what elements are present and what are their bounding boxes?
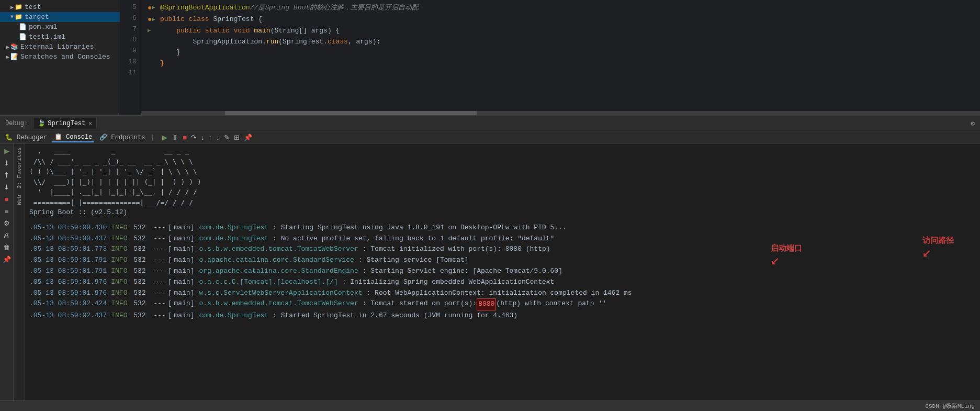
- log-thread-3: main]: [174, 255, 195, 266]
- clear-button[interactable]: 🗑: [1, 242, 13, 252]
- sidebar-item-target[interactable]: ▼ 📁 target: [0, 12, 120, 22]
- log-time-4: .05-13 08:59:01.791: [29, 266, 107, 277]
- code-line-9: SpringApplication.run(SpringTest.class, …: [148, 37, 974, 48]
- log-thread-2: main]: [174, 244, 195, 255]
- log-pid-6: 532: [133, 288, 149, 299]
- log-time-3: .05-13 08:59:01.791: [29, 255, 107, 266]
- left-vtabs: 2: Favorites Web: [14, 144, 25, 401]
- print-button[interactable]: 🖨: [1, 230, 13, 240]
- restore-layout-button[interactable]: ⊞: [232, 133, 241, 142]
- log-thread-4: main]: [174, 266, 195, 277]
- debug-left-bar: ▶ ⬇ ⬆ ⬇ ■ ≡ ⚙ 🖨 🗑 📌: [0, 144, 14, 401]
- log-level-1: INFO: [111, 234, 129, 245]
- forward-button[interactable]: ⬇: [1, 182, 13, 192]
- rerun-button[interactable]: ▶: [1, 146, 13, 156]
- breakpoint-icon-7[interactable]: ●: [148, 14, 152, 25]
- step-over-button[interactable]: ↷: [189, 133, 198, 142]
- toolbar-separator: |: [150, 134, 154, 141]
- log-sep-4: ---: [153, 266, 165, 277]
- log-sep-7: ---: [153, 298, 165, 309]
- step-out-button[interactable]: ↑: [207, 133, 214, 142]
- close-session-icon[interactable]: ✕: [88, 120, 92, 127]
- log-msg-2: : Tomcat initialized with port(s): 8080 …: [363, 244, 550, 255]
- log-time-5: .05-13 08:59:01.976: [29, 277, 107, 288]
- log-time-1: .05-13 08:59:00.437: [29, 234, 107, 245]
- step-button[interactable]: ⬇: [1, 158, 13, 168]
- log-pid-0: 532: [133, 223, 149, 234]
- stop-left-button[interactable]: ■: [1, 194, 13, 204]
- step-into-button[interactable]: ↓: [199, 133, 206, 142]
- scratch-icon: 📝: [10, 53, 18, 61]
- log-class-8: com.de.SpringTest: [199, 310, 268, 321]
- code-line-8: ▶ public static void main(String[] args)…: [148, 26, 974, 37]
- log-line-7: .05-13 08:59:02.424 INFO 532 --- [ main]…: [29, 298, 976, 310]
- log-class-0: com.de.SpringTest: [199, 223, 268, 234]
- sidebar-item-label-scratch: Scratches and Consoles: [20, 53, 110, 61]
- resume-button[interactable]: ▶: [161, 133, 169, 142]
- sidebar-item-pomxml[interactable]: 📄 pom.xml: [0, 22, 120, 32]
- tab-debugger[interactable]: 🐛 Debugger: [3, 133, 49, 142]
- editor-scrollbar[interactable]: [141, 111, 980, 115]
- breakpoint-icon-6[interactable]: ●: [148, 2, 152, 14]
- log-sep-2: ---: [153, 244, 165, 255]
- console-output[interactable]: . ____ _ __ _ _ /\\ / ___'_ __ _ _(_)_ _…: [25, 144, 980, 401]
- log-thread-0: main]: [174, 223, 195, 234]
- vtab-favorites[interactable]: 2: Favorites: [15, 144, 24, 192]
- log-bracket-2: [: [168, 244, 172, 255]
- log-line-2: .05-13 08:59:01.773 INFO 532 --- [ main]…: [29, 244, 976, 255]
- log-msg-8: : Started SpringTest in 2.67 seconds (JV…: [273, 310, 517, 321]
- pin-button[interactable]: 📌: [1, 254, 13, 264]
- settings-left-button[interactable]: ⚙: [1, 218, 13, 228]
- settings-icon[interactable]: ⚙: [971, 119, 975, 128]
- sidebar-item-scratches[interactable]: ▶ 📝 Scratches and Consoles: [0, 52, 120, 62]
- tab-console[interactable]: 📋 Console: [52, 132, 95, 142]
- log-class-3: o.apache.catalina.core.StandardService: [199, 255, 354, 266]
- extlib-icon: 📚: [10, 43, 18, 51]
- log-msg-5: : Initializing Spring embedded WebApplic…: [342, 277, 555, 288]
- log-sep-6: ---: [153, 288, 165, 299]
- log-msg-before-port-7: : Tomcat started on port(s):: [363, 298, 477, 309]
- log-thread-7: main]: [174, 298, 195, 309]
- log-pid-5: 532: [133, 277, 149, 288]
- sidebar-item-external-libraries[interactable]: ▶ 📚 External Libraries: [0, 42, 120, 52]
- debug-session-name: SpringTest: [48, 120, 85, 127]
- scroll-end-button[interactable]: ≡: [1, 206, 13, 216]
- pin-tab-button[interactable]: 📌: [242, 133, 254, 142]
- stop-button[interactable]: ■: [181, 133, 188, 142]
- log-pid-1: 532: [133, 234, 149, 245]
- log-pid-3: 532: [133, 255, 149, 266]
- run-to-cursor-button[interactable]: ↓: [215, 133, 221, 142]
- pause-button[interactable]: ⏸: [170, 133, 180, 142]
- log-sep-8: ---: [153, 310, 165, 321]
- vtab-web[interactable]: Web: [15, 192, 24, 208]
- log-line-8: .05-13 08:59:02.437 INFO 532 --- [ main]…: [29, 310, 976, 321]
- debug-panel: Debug: 🍃 SpringTest ✕ ⚙ 🐛 Debugger 📋 Con…: [0, 115, 980, 401]
- log-port-highlight: 8080: [477, 298, 496, 310]
- run-arrow-8: ▶: [148, 27, 151, 35]
- evaluate-button[interactable]: ✎: [222, 133, 231, 142]
- log-time-7: .05-13 08:59:02.424: [29, 298, 107, 309]
- tab-endpoints[interactable]: 🔗 Endpoints: [97, 133, 147, 142]
- spring-ascii-banner: . ____ _ __ _ _ /\\ / ___'_ __ _ _(_)_ _…: [29, 146, 976, 207]
- log-line-1: .05-13 08:59:00.437 INFO 532 --- [ main]…: [29, 234, 976, 245]
- log-class-1: com.de.SpringTest: [199, 234, 268, 245]
- log-thread-8: main]: [174, 310, 195, 321]
- sidebar-item-test[interactable]: ▶ 📁 test: [0, 2, 120, 12]
- log-line-0: .05-13 08:59:00.430 INFO 532 --- [ main]…: [29, 223, 976, 234]
- log-sep-0: ---: [153, 223, 165, 234]
- log-pid-4: 532: [133, 266, 149, 277]
- debug-session-tab[interactable]: 🍃 SpringTest ✕: [33, 118, 97, 129]
- log-bracket-6: [: [168, 288, 172, 299]
- step-up-button[interactable]: ⬆: [1, 170, 13, 180]
- expand-arrow-scratch: ▶: [6, 54, 9, 60]
- editor-area: 5 6 7 8 9 10 11 ● ▶ @SpringBootAp: [120, 0, 980, 115]
- debug-toolbar: 🐛 Debugger 📋 Console 🔗 Endpoints | ▶ ⏸ ■…: [0, 131, 980, 144]
- sidebar-item-label-iml: test1.iml: [29, 33, 65, 41]
- log-level-6: INFO: [111, 288, 129, 299]
- log-level-8: INFO: [111, 310, 129, 321]
- code-editor[interactable]: ● ▶ @SpringBootApplication//是Spring Boot…: [141, 0, 980, 115]
- sidebar-item-iml[interactable]: 📄 test1.iml: [0, 32, 120, 42]
- log-sep-5: ---: [153, 277, 165, 288]
- log-msg-4: : Starting Servlet engine: [Apache Tomca…: [363, 266, 562, 277]
- log-msg-6: : Root WebApplicationContext: initializa…: [367, 288, 632, 299]
